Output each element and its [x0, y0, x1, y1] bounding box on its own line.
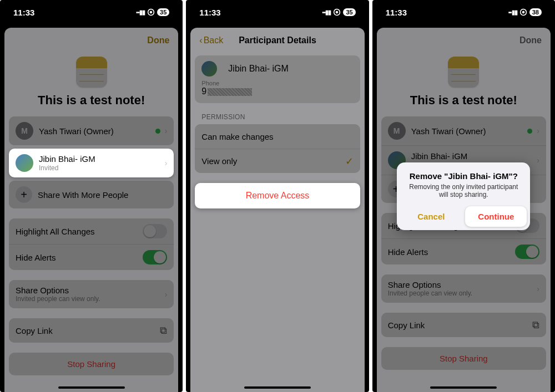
checkmark-icon: ✓ — [345, 155, 354, 167]
back-button[interactable]: ‹ Back — [199, 35, 223, 45]
chevron-right-icon: › — [165, 290, 168, 299]
copy-icon: ⧉ — [160, 325, 167, 337]
remove-alert: Remove "Jibin Bhai- iGM"? Removing the o… — [397, 162, 530, 230]
stop-sharing-button[interactable]: Stop Sharing — [9, 353, 174, 375]
screenshot-share-sheet: 11:33 ▪▪▮▮ ⦿ 35 Done This is a test note… — [0, 0, 183, 392]
status-bar: 11:33 ▪▪▮▮ ⦿ 35 — [0, 0, 183, 24]
home-indicator[interactable] — [244, 386, 311, 389]
cancel-button[interactable]: Cancel — [400, 206, 462, 227]
participant-card: Jibin Bhai- iGM Phone 9 — [195, 55, 360, 103]
status-time: 11:33 — [199, 8, 220, 17]
active-dot-icon — [155, 129, 160, 134]
home-indicator[interactable] — [58, 386, 125, 389]
share-options-row[interactable]: Share Options Invited people can view on… — [9, 280, 174, 308]
participant-owner-row[interactable]: M Yash Tiwari (Owner) › — [9, 116, 174, 145]
battery-level: 35 — [157, 8, 169, 16]
copy-link-row[interactable]: Copy Link ⧉ — [9, 318, 174, 343]
chevron-right-icon: › — [165, 159, 168, 167]
owner-name: Yash Tiwari (Owner) — [39, 126, 155, 136]
back-label: Back — [204, 35, 224, 45]
signal-icon: ▪▪▮▮ — [322, 9, 331, 16]
permission-view-row[interactable]: View only ✓ — [195, 149, 360, 173]
hide-alerts-label: Hide Alerts — [16, 253, 143, 262]
chevron-right-icon: › — [165, 126, 168, 135]
share-options-title: Share Options — [16, 286, 162, 295]
screenshot-remove-alert: 11:33 ▪▪▮▮ ⦿ 38 Done This is a test note… — [372, 0, 555, 392]
redacted-icon — [208, 88, 252, 96]
remove-access-button[interactable]: Remove Access — [195, 183, 360, 208]
notes-app-icon — [76, 57, 107, 88]
battery-level: 35 — [343, 8, 355, 16]
signal-icon: ▪▪▮▮ — [136, 9, 145, 16]
wifi-icon: ⦿ — [333, 8, 341, 17]
share-more-label: Share With More People — [38, 190, 167, 200]
status-bar: 11:33 ▪▪▮▮ ⦿ 35 — [186, 0, 369, 24]
permission-header: PERMISSION — [190, 113, 364, 124]
avatar-photo — [16, 154, 33, 172]
phone-value: 9 — [201, 86, 353, 96]
chevron-left-icon: ‹ — [199, 35, 202, 45]
highlight-label: Highlight All Changes — [16, 227, 143, 236]
share-options-sub: Invited people can view only. — [16, 295, 162, 303]
share-more-row[interactable]: + Share With More People — [9, 181, 174, 208]
alert-message: Removing the only invited participant wi… — [405, 183, 522, 198]
plus-icon: + — [16, 186, 32, 203]
can-make-label: Can make changes — [201, 132, 353, 141]
avatar-photo — [201, 61, 217, 77]
hide-alerts-row[interactable]: Hide Alerts — [9, 244, 174, 270]
done-button[interactable]: Done — [147, 35, 169, 45]
invitee-status: Invited — [39, 164, 162, 172]
hide-alerts-toggle[interactable] — [143, 250, 167, 264]
alert-backdrop: Remove "Jibin Bhai- iGM"? Removing the o… — [372, 0, 555, 392]
participant-invitee-row[interactable]: Jibin Bhai- iGM Invited › — [9, 149, 174, 177]
permission-edit-row[interactable]: Can make changes — [195, 124, 360, 149]
continue-button[interactable]: Continue — [465, 206, 527, 227]
highlight-toggle[interactable] — [143, 224, 167, 238]
invitee-name: Jibin Bhai- iGM — [39, 154, 162, 164]
avatar-initial: M — [16, 122, 33, 140]
copy-link-label: Copy Link — [16, 326, 160, 335]
view-only-label: View only — [201, 156, 345, 166]
status-time: 11:33 — [13, 8, 34, 17]
screenshot-participant-details: 11:33 ▪▪▮▮ ⦿ 35 ‹ Back Participant Detai… — [186, 0, 369, 392]
highlight-changes-row[interactable]: Highlight All Changes — [9, 218, 174, 244]
note-title: This is a test note! — [4, 93, 178, 108]
participant-name: Jibin Bhai- iGM — [228, 64, 288, 74]
alert-title: Remove "Jibin Bhai- iGM"? — [405, 171, 522, 181]
phone-label: Phone — [201, 80, 353, 86]
wifi-icon: ⦿ — [147, 8, 155, 17]
